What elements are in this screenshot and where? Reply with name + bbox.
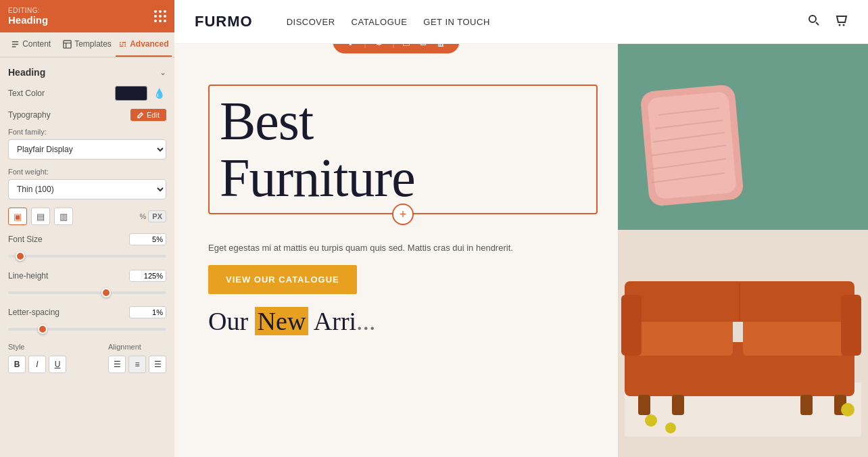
line-height-row: Line-height [8, 270, 166, 297]
tabs-bar: Content Templates Advanced [0, 32, 174, 57]
cta-button[interactable]: VIEW OUR CATALOGUE [208, 265, 357, 294]
tab-templates-label: Templates [74, 39, 112, 49]
font-size-label: Font Size [8, 235, 43, 244]
nav-links: DISCOVER CATALOGUE GET IN TOUCH [287, 17, 490, 27]
toolbar-move-icon[interactable]: ✚ [346, 44, 355, 48]
alignment-label: Alignment [108, 343, 166, 351]
add-element-button[interactable]: + [392, 203, 414, 225]
font-family-select[interactable]: Playfair Display Georgia Arial [8, 139, 166, 160]
tab-content-label: Content [22, 39, 51, 49]
hero-section: ✚ ⚙ □ ⧉ 🗑 BestFurniture + Eget egestas m… [174, 44, 868, 457]
svg-rect-20 [800, 395, 813, 415]
hero-left: ✚ ⚙ □ ⧉ 🗑 BestFurniture + Eget egestas m… [174, 44, 618, 457]
toolbar-sep-2 [393, 44, 393, 48]
sofa-svg [618, 247, 868, 423]
typography-label: Typography [8, 110, 55, 120]
cart-icon-button[interactable] [834, 14, 848, 30]
font-family-label: Font family: [8, 128, 166, 136]
svg-rect-18 [638, 395, 650, 415]
sub-heading-ellipsis: ... [356, 307, 376, 335]
font-weight-label: Font weight: [8, 168, 166, 176]
editing-left: EDITING: Heading [8, 7, 48, 26]
svg-rect-16 [621, 295, 642, 356]
format-buttons: B I U [8, 356, 66, 373]
heading-section-title: Heading [8, 67, 45, 78]
tab-content[interactable]: Content [3, 32, 59, 57]
nav-icons [807, 14, 848, 30]
pillow-svg [631, 81, 753, 216]
align-group: Alignment ☰ ≡ ☰ [108, 343, 166, 373]
letter-spacing-label: Letter-spacing [8, 308, 59, 317]
toolbar-layout-icon[interactable]: □ [403, 44, 409, 48]
grid-icon[interactable] [154, 10, 166, 22]
eyedropper-button[interactable]: 💧 [151, 86, 166, 101]
editing-title: Heading [8, 14, 48, 26]
device-tablet-btn[interactable]: ▤ [31, 208, 50, 225]
search-icon-button[interactable] [807, 14, 821, 30]
svg-rect-17 [841, 295, 861, 356]
letter-spacing-label-row: Letter-spacing [8, 306, 166, 318]
hero-description: Eget egestas mi at mattis eu turpis quam… [208, 243, 587, 253]
line-height-label: Line-height [8, 271, 48, 281]
unit-px-btn[interactable]: PX [148, 210, 166, 222]
main-heading: BestFurniture [220, 93, 586, 206]
text-color-label: Text Color [8, 89, 55, 98]
tab-templates[interactable]: Templates [59, 32, 115, 57]
alignment-buttons: ☰ ≡ ☰ [108, 356, 166, 373]
panel-content: Heading ⌄ Text Color 💧 Typography Edit F… [0, 57, 174, 457]
device-unit-row: ▣ ▤ ▥ % PX [8, 208, 166, 225]
heading-section-header: Heading ⌄ [8, 67, 166, 78]
element-toolbar: ✚ ⚙ □ ⧉ 🗑 [333, 44, 459, 53]
svg-point-1 [809, 16, 816, 22]
nav-link-discover[interactable]: DISCOVER [287, 17, 335, 27]
sofa-image [618, 44, 868, 457]
svg-point-2 [839, 24, 841, 26]
style-group: Style B I U [8, 343, 66, 373]
toolbar-settings-icon[interactable]: ⚙ [375, 44, 383, 48]
font-size-input[interactable]: 5% [129, 233, 166, 245]
device-mobile-btn[interactable]: ▥ [54, 208, 73, 225]
font-size-row: Font Size 5% [8, 233, 166, 260]
style-align-row: Style B I U Alignment ☰ ≡ ☰ [8, 343, 166, 373]
device-desktop-btn[interactable]: ▣ [8, 208, 27, 225]
nav-link-get-in-touch[interactable]: GET IN TOUCH [423, 17, 489, 27]
heading-wrapper: BestFurniture + [208, 85, 598, 214]
underline-button[interactable]: U [49, 356, 66, 373]
sub-heading-end: Arri [308, 307, 356, 335]
font-size-label-row: Font Size 5% [8, 233, 166, 245]
heading-section-chevron[interactable]: ⌄ [160, 68, 166, 77]
letter-spacing-input[interactable] [129, 306, 166, 318]
align-center-button[interactable]: ≡ [128, 356, 146, 373]
hero-right [618, 44, 868, 457]
tab-advanced[interactable]: Advanced [116, 32, 172, 57]
font-size-slider[interactable] [8, 255, 166, 258]
align-right-button[interactable]: ☰ [149, 356, 166, 373]
text-color-swatch[interactable] [115, 86, 147, 101]
main-content: FURMO DISCOVER CATALOGUE GET IN TOUCH ✚ … [174, 0, 868, 457]
typography-edit-button[interactable]: Edit [130, 109, 166, 121]
nav-link-catalogue[interactable]: CATALOGUE [352, 17, 408, 27]
align-left-button[interactable]: ☰ [108, 356, 126, 373]
editing-label: EDITING: [8, 7, 48, 14]
line-height-label-row: Line-height [8, 270, 166, 282]
typography-edit-label: Edit [147, 111, 160, 119]
editing-bar: EDITING: Heading [0, 0, 174, 32]
unit-group: % PX [140, 210, 166, 222]
toolbar-copy-icon[interactable]: ⧉ [419, 44, 427, 48]
svg-rect-0 [64, 40, 71, 47]
toolbar-delete-icon[interactable]: 🗑 [436, 44, 446, 48]
text-color-row: Text Color 💧 [8, 86, 166, 101]
sub-heading-highlight: New [255, 307, 309, 335]
svg-point-3 [843, 24, 845, 26]
font-weight-select[interactable]: Thin (100) Light (300) Regular (400) Bol… [8, 179, 166, 199]
font-weight-section: Font weight: Thin (100) Light (300) Regu… [8, 168, 166, 208]
line-height-input[interactable] [129, 270, 166, 282]
tab-advanced-label: Advanced [130, 39, 168, 49]
site-logo: FURMO [195, 13, 253, 30]
line-height-slider[interactable] [8, 291, 166, 294]
letter-spacing-slider[interactable] [8, 328, 166, 331]
bold-button[interactable]: B [8, 356, 26, 373]
left-panel: EDITING: Heading Content Templates Advan… [0, 0, 174, 457]
italic-button[interactable]: I [28, 356, 46, 373]
sub-heading: Our New Arri... [208, 306, 598, 336]
